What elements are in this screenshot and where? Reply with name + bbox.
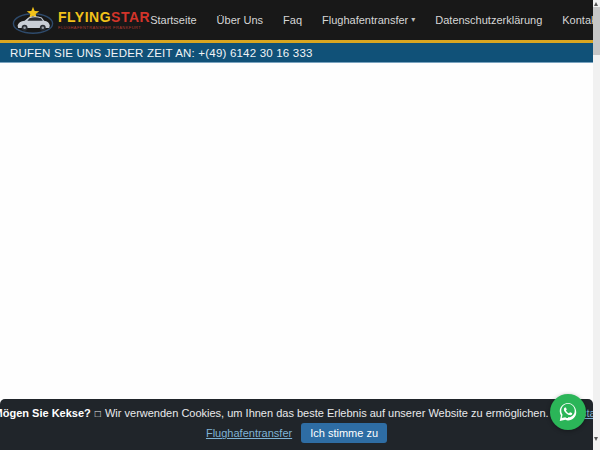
main-content [0, 64, 593, 399]
nav-faq[interactable]: Faq [283, 14, 302, 26]
chevron-down-icon: ▾ [411, 16, 415, 24]
cookie-emoji-icon: □ [94, 408, 102, 419]
scrollbar-down-arrow-icon[interactable] [594, 437, 598, 441]
main-nav: Startseite Über Uns Faq Flughafentransfe… [150, 14, 600, 26]
scrollbar-thumb[interactable] [593, 7, 600, 55]
cookie-link-flughafentransfer[interactable]: Flughafentransfer [206, 427, 292, 439]
logo-title: FLYINGSTAR [58, 10, 150, 24]
nav-ueber-uns[interactable]: Über Uns [217, 14, 263, 26]
logo-title-part1: FLYING [58, 9, 111, 25]
cookie-message: Mögen Sie Kekse? □ Wir verwenden Cookies… [0, 406, 599, 421]
cookie-message-text: Wir verwenden Cookies, um Ihnen das best… [105, 407, 549, 419]
logo-title-part2: STAR [111, 9, 150, 25]
cookie-question: Mögen Sie Kekse? [0, 407, 91, 419]
nav-startseite[interactable]: Startseite [150, 14, 196, 26]
cookie-consent-bar: Mögen Sie Kekse? □ Wir verwenden Cookies… [0, 399, 593, 450]
logo-text: FLYINGSTAR FLUGHAFENTRANSFER FRANKFURT [58, 10, 150, 30]
vertical-scrollbar[interactable] [593, 0, 600, 450]
nav-flughafentransfer-label: Flughafentransfer [322, 14, 408, 26]
whatsapp-icon [557, 401, 579, 423]
page: FLYINGSTAR FLUGHAFENTRANSFER FRANKFURT S… [0, 0, 600, 450]
car-star-logo-icon [12, 5, 54, 35]
site-logo[interactable]: FLYINGSTAR FLUGHAFENTRANSFER FRANKFURT [12, 5, 150, 35]
nav-datenschutzerklaerung[interactable]: Datenschutzerklärung [435, 14, 542, 26]
cookie-actions: Flughafentransfer Ich stimme zu [206, 423, 387, 443]
phone-bar-text: RUFEN SIE UNS JEDER ZEIT AN: +(49) 6142 … [10, 47, 313, 59]
phone-bar: RUFEN SIE UNS JEDER ZEIT AN: +(49) 6142 … [0, 43, 593, 63]
whatsapp-button[interactable] [550, 394, 586, 430]
logo-tagline: FLUGHAFENTRANSFER FRANKFURT [58, 26, 150, 30]
cookie-accept-button[interactable]: Ich stimme zu [301, 423, 387, 443]
site-header: FLYINGSTAR FLUGHAFENTRANSFER FRANKFURT S… [0, 0, 593, 40]
scrollbar-up-arrow-icon[interactable] [594, 2, 598, 6]
nav-flughafentransfer[interactable]: Flughafentransfer ▾ [322, 14, 415, 26]
